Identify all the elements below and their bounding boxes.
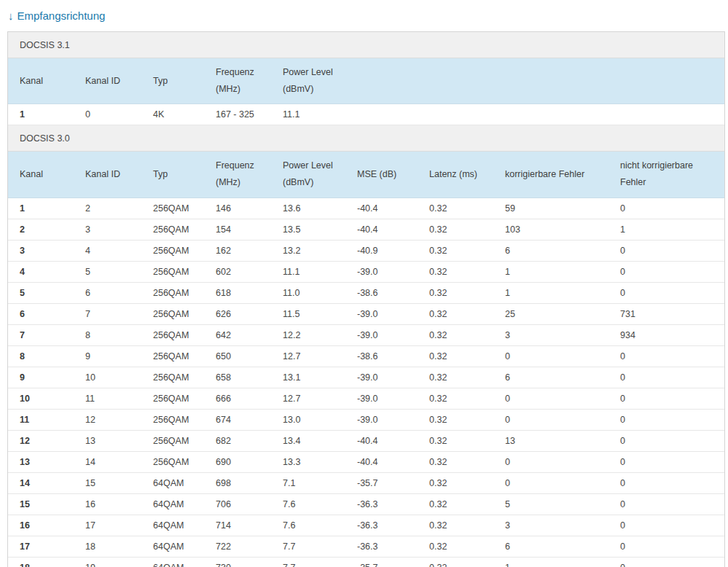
table-row: 161764QAM7147.6-36.30.3230 bbox=[8, 515, 724, 536]
table-cell: 0 bbox=[608, 198, 724, 219]
table-cell: 3 bbox=[493, 515, 608, 536]
table-cell: 256QAM bbox=[141, 345, 204, 367]
table-cell: 626 bbox=[204, 303, 271, 324]
table-cell: 0.32 bbox=[418, 430, 493, 451]
table-cell: 162 bbox=[204, 240, 271, 261]
table-cell: 13 bbox=[74, 430, 141, 451]
table-cell: 256QAM bbox=[141, 451, 204, 472]
table-cell: 154 bbox=[204, 219, 271, 240]
table-cell: 6 bbox=[74, 282, 141, 303]
table-cell: 16 bbox=[74, 493, 141, 515]
table-cell: 0.32 bbox=[418, 303, 493, 324]
table-cell: 64QAM bbox=[141, 493, 204, 515]
table-cell: 3 bbox=[74, 219, 141, 240]
table-cell: -36.3 bbox=[345, 493, 418, 515]
table-row: 56256QAM61811.0-38.60.3210 bbox=[8, 282, 724, 303]
table-cell: 59 bbox=[493, 198, 608, 219]
table-cell: 0.32 bbox=[418, 219, 493, 240]
table-cell: 0 bbox=[608, 388, 724, 409]
table-cell: 256QAM bbox=[141, 240, 204, 261]
table-cell: 9 bbox=[8, 367, 74, 388]
table-cell: 7.6 bbox=[271, 493, 345, 515]
table-cell: 64QAM bbox=[141, 557, 204, 567]
table-cell: 0.32 bbox=[418, 388, 493, 409]
table-cell: 0.32 bbox=[418, 345, 493, 367]
table-cell: 11.5 bbox=[271, 303, 345, 324]
column-header: Frequenz (MHz) bbox=[204, 58, 271, 104]
column-header: Kanal bbox=[8, 152, 74, 198]
table-cell: -40.4 bbox=[345, 219, 418, 240]
table-cell: 10 bbox=[8, 388, 74, 409]
column-header: Typ bbox=[141, 58, 204, 104]
table-cell: 256QAM bbox=[141, 219, 204, 240]
table-row: 1314256QAM69013.3-40.40.3200 bbox=[8, 451, 724, 472]
table-cell: 0 bbox=[608, 345, 724, 367]
table-cell: 18 bbox=[8, 557, 74, 567]
table-cell: 0 bbox=[608, 515, 724, 536]
table-row: 104K167 - 32511.1 bbox=[8, 104, 724, 125]
table-row: 151664QAM7067.6-36.30.3250 bbox=[8, 493, 724, 515]
table-cell: 13 bbox=[8, 451, 74, 472]
table-cell: 6 bbox=[8, 303, 74, 324]
table-cell: -39.0 bbox=[345, 261, 418, 282]
table-cell: 934 bbox=[608, 324, 724, 345]
table-cell: 5 bbox=[74, 261, 141, 282]
table-cell: 13 bbox=[493, 430, 608, 451]
table-cell: 146 bbox=[204, 198, 271, 219]
table-cell: 10 bbox=[74, 367, 141, 388]
table-row: 141564QAM6987.1-35.70.3200 bbox=[8, 472, 724, 493]
table-row: 1112256QAM67413.0-39.00.3200 bbox=[8, 409, 724, 430]
table-cell: 7.6 bbox=[271, 515, 345, 536]
table-cell: 0 bbox=[493, 409, 608, 430]
table-cell: 1 bbox=[8, 104, 74, 125]
table-cell: 0.32 bbox=[418, 515, 493, 536]
table-cell: 18 bbox=[74, 536, 141, 557]
table-cell: 25 bbox=[493, 303, 608, 324]
table-cell: 256QAM bbox=[141, 367, 204, 388]
table-cell: 0.32 bbox=[418, 472, 493, 493]
table-cell: 9 bbox=[74, 345, 141, 367]
table-cell: 0.32 bbox=[418, 282, 493, 303]
table-cell: 16 bbox=[8, 515, 74, 536]
table-cell: 0 bbox=[608, 536, 724, 557]
table-cell: 650 bbox=[204, 345, 271, 367]
table-cell: -40.4 bbox=[345, 451, 418, 472]
table-row: 171864QAM7227.7-36.30.3260 bbox=[8, 536, 724, 557]
table-cell: 602 bbox=[204, 261, 271, 282]
table-cell: 11.1 bbox=[271, 261, 345, 282]
table-cell: 0.32 bbox=[418, 367, 493, 388]
table-cell: 6 bbox=[493, 240, 608, 261]
table-cell: -40.4 bbox=[345, 430, 418, 451]
table-cell: 0 bbox=[608, 472, 724, 493]
table-cell: 2 bbox=[8, 219, 74, 240]
table-cell: 7 bbox=[8, 324, 74, 345]
table-cell: 256QAM bbox=[141, 282, 204, 303]
empfangsrichtung-heading[interactable]: ↓Empfangsrichtung bbox=[8, 9, 721, 22]
table-cell: 11 bbox=[74, 388, 141, 409]
table-cell: 0 bbox=[608, 261, 724, 282]
table-cell: 5 bbox=[493, 493, 608, 515]
table-cell: 0.32 bbox=[418, 198, 493, 219]
table-cell: 0.32 bbox=[418, 451, 493, 472]
table-cell: 0 bbox=[493, 451, 608, 472]
table-cell: 1 bbox=[493, 557, 608, 567]
table-cell: 0.32 bbox=[418, 324, 493, 345]
table-cell: 658 bbox=[204, 367, 271, 388]
table-cell: 0 bbox=[74, 104, 141, 125]
table-cell: -36.3 bbox=[345, 515, 418, 536]
table-cell: 3 bbox=[493, 324, 608, 345]
table-cell: 256QAM bbox=[141, 430, 204, 451]
table-cell: 1 bbox=[493, 282, 608, 303]
table-cell: -39.0 bbox=[345, 303, 418, 324]
table-row: 89256QAM65012.7-38.60.3200 bbox=[8, 345, 724, 367]
table-cell: 12 bbox=[8, 430, 74, 451]
table-row: 78256QAM64212.2-39.00.323934 bbox=[8, 324, 724, 345]
table-cell: 682 bbox=[204, 430, 271, 451]
table-cell: 256QAM bbox=[141, 324, 204, 345]
table-cell: 12 bbox=[74, 409, 141, 430]
table-cell: 12.7 bbox=[271, 388, 345, 409]
column-header: Typ bbox=[141, 152, 204, 198]
table-row: 67256QAM62611.5-39.00.3225731 bbox=[8, 303, 724, 324]
table-cell: 64QAM bbox=[141, 515, 204, 536]
table-cell: 0.32 bbox=[418, 261, 493, 282]
